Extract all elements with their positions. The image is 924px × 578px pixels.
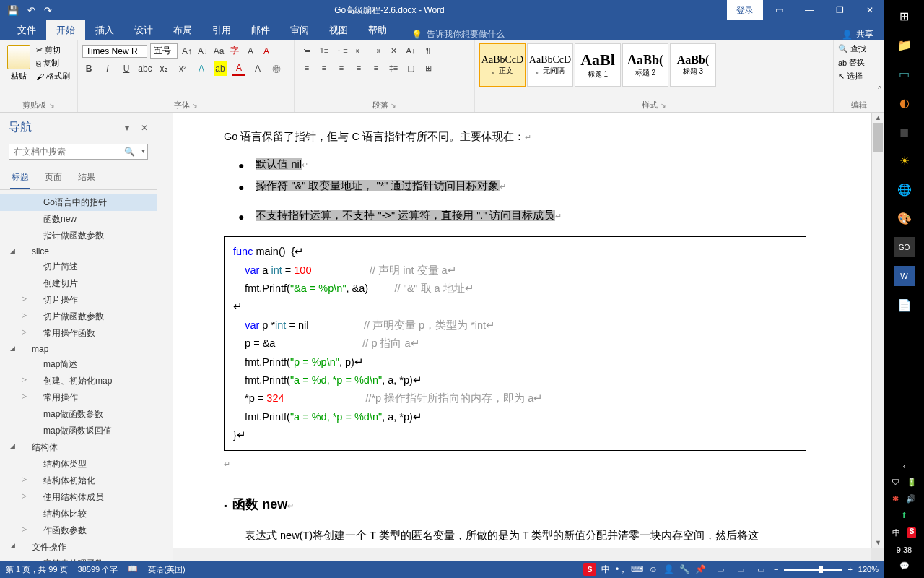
zoom-out-icon[interactable]: − — [774, 565, 778, 574]
tree-caret-icon[interactable]: ▷ — [22, 311, 27, 319]
style-nospacing[interactable]: AaBbCcD。无间隔 — [527, 43, 573, 87]
tree-item[interactable]: ▷创建、初始化map — [0, 373, 157, 389]
phonetic-icon[interactable]: 字 — [228, 44, 241, 59]
tree-caret-icon[interactable]: ▷ — [22, 376, 27, 383]
copy-button[interactable]: ⎘复制 — [36, 58, 70, 69]
nav-tab-pages[interactable]: 页面 — [43, 168, 64, 189]
battery-icon[interactable]: 🔋 — [907, 478, 917, 487]
line-spacing-icon[interactable]: ‡≡ — [385, 61, 401, 75]
tree-item[interactable]: map简述 — [0, 356, 157, 373]
ime-ch-icon[interactable]: 中 — [599, 563, 612, 576]
search-dropdown-icon[interactable]: ▾ — [141, 147, 145, 155]
decrease-indent-icon[interactable]: ⇤ — [351, 43, 367, 58]
align-left-icon[interactable]: ≡ — [299, 61, 315, 75]
style-normal[interactable]: AaBbCcD。正文 — [479, 43, 526, 87]
tab-mailings[interactable]: 邮件 — [241, 20, 280, 40]
tree-item[interactable]: ▷常用操作 — [0, 389, 157, 406]
change-case-icon[interactable]: Aa — [212, 44, 225, 59]
align-center-icon[interactable]: ≡ — [316, 61, 332, 75]
scroll-down-icon[interactable]: ▼ — [872, 538, 884, 548]
ime-lang-icon[interactable]: 中 — [892, 527, 900, 538]
undo-icon[interactable]: ↶ — [27, 5, 35, 16]
tree-item[interactable]: ▷作函数参数 — [0, 522, 157, 539]
numbering-icon[interactable]: 1≡ — [316, 43, 332, 58]
tree-item[interactable]: ▷常用操作函数 — [0, 325, 157, 342]
bold-button[interactable]: B — [82, 61, 95, 76]
tree-item[interactable]: 创建切片 — [0, 275, 157, 292]
style-heading1[interactable]: AaBl标题 1 — [575, 43, 621, 87]
tree-item[interactable]: ◢slice — [0, 244, 157, 259]
save-icon[interactable]: 💾 — [7, 5, 19, 16]
underline-button[interactable]: U — [120, 61, 133, 76]
start-icon[interactable]: ⊞ — [894, 6, 915, 26]
tree-item[interactable]: ▷切片操作 — [0, 292, 157, 309]
bluetooth-icon[interactable]: 🛡 — [892, 478, 899, 487]
distribute-icon[interactable]: ≡ — [368, 61, 384, 75]
nav-tab-headings[interactable]: 标题 — [10, 168, 30, 189]
enclose-icon[interactable]: ㊕ — [270, 61, 283, 76]
strike-button[interactable]: abc — [139, 61, 152, 76]
tree-caret-icon[interactable]: ▷ — [22, 475, 27, 483]
ime-tool-icon[interactable]: 🔧 — [679, 563, 692, 576]
nav-tab-results[interactable]: 结果 — [77, 168, 97, 189]
net-icon[interactable]: ✱ — [892, 494, 899, 504]
login-button[interactable]: 登录 — [727, 0, 763, 20]
clear-format-icon[interactable]: A — [260, 44, 273, 59]
tray-expand-icon[interactable]: ‹ — [903, 462, 906, 470]
tree-caret-icon[interactable]: ▷ — [22, 392, 27, 400]
zoom-in-icon[interactable]: + — [847, 565, 852, 574]
nav-close-icon[interactable]: ✕ — [141, 123, 148, 133]
tree-caret-icon[interactable]: ▷ — [22, 328, 27, 335]
ime-pin-icon[interactable]: 📌 — [694, 563, 707, 576]
zoom-level[interactable]: 120% — [858, 565, 879, 574]
tree-caret-icon[interactable]: ◢ — [10, 247, 15, 254]
close-icon[interactable]: ✕ — [855, 0, 884, 20]
tree-item[interactable]: Go语言中的指针 — [0, 194, 157, 211]
tell-me-search[interactable]: 💡 告诉我你想要做什么 — [411, 28, 505, 40]
font-name-select[interactable]: Times New R — [82, 45, 147, 58]
scroll-thumb[interactable] — [873, 123, 883, 152]
subscript-button[interactable]: x₂ — [157, 61, 170, 76]
clock[interactable]: 9:38 — [897, 545, 912, 554]
tab-file[interactable]: 文件 — [7, 20, 46, 40]
horizontal-scrollbar[interactable] — [173, 548, 871, 561]
collapse-ribbon-icon[interactable]: ^ — [878, 85, 881, 93]
styles-gallery[interactable]: AaBbCcD。正文 AaBbCcD。无间隔 AaBl标题 1 AaBb(标题 … — [479, 43, 716, 87]
language[interactable]: 英语(美国) — [148, 564, 185, 575]
redo-icon[interactable]: ↷ — [44, 5, 52, 16]
tree-item[interactable]: map做函数返回值 — [0, 423, 157, 439]
print-layout-icon[interactable]: ▭ — [733, 564, 748, 575]
tab-insert[interactable]: 插入 — [85, 20, 124, 40]
sogou-icon[interactable]: S — [583, 563, 596, 576]
tree-caret-icon[interactable]: ◢ — [10, 345, 15, 352]
tree-item[interactable]: ▷使用结构体成员 — [0, 489, 157, 506]
tree-caret-icon[interactable]: ▷ — [22, 492, 27, 499]
font-size-select[interactable]: 五号 — [150, 43, 178, 59]
app-icon[interactable]: ◼ — [894, 121, 915, 142]
sort-icon[interactable]: A↓ — [403, 43, 419, 58]
superscript-button[interactable]: x² — [176, 61, 189, 76]
tree-item[interactable]: 指针做函数参数 — [0, 228, 157, 244]
char-shading-icon[interactable]: A — [251, 61, 264, 76]
style-heading3[interactable]: AaBb(标题 3 — [670, 43, 716, 87]
zoom-slider[interactable] — [784, 569, 842, 571]
tab-help[interactable]: 帮助 — [358, 20, 397, 40]
text-effects-icon[interactable]: A — [195, 61, 208, 76]
goland-icon[interactable]: GO — [894, 237, 915, 257]
tree-item[interactable]: map做函数参数 — [0, 406, 157, 423]
tree-item[interactable]: 切片简述 — [0, 259, 157, 275]
format-painter-button[interactable]: 🖌格式刷 — [36, 71, 70, 82]
document-page[interactable]: Go 语言保留了指针，但与 C 语言指针有所不同。主要体现在：↵ ●默认值 ni… — [173, 113, 871, 561]
read-mode-icon[interactable]: ▭ — [713, 564, 728, 575]
tab-references[interactable]: 引用 — [202, 20, 241, 40]
justify-icon[interactable]: ≡ — [351, 61, 367, 75]
tree-item[interactable]: ▷结构体初始化 — [0, 473, 157, 489]
search-icon[interactable]: 🔍 — [124, 147, 135, 157]
tab-layout[interactable]: 布局 — [163, 20, 202, 40]
bullets-icon[interactable]: ≔ — [299, 43, 315, 58]
highlight-icon[interactable]: ab — [214, 61, 227, 76]
app-icon[interactable]: ☀ — [894, 150, 915, 171]
tab-view[interactable]: 视图 — [319, 20, 358, 40]
replace-button[interactable]: ab替换 — [838, 57, 866, 68]
nav-dropdown-icon[interactable]: ▾ — [125, 123, 129, 133]
